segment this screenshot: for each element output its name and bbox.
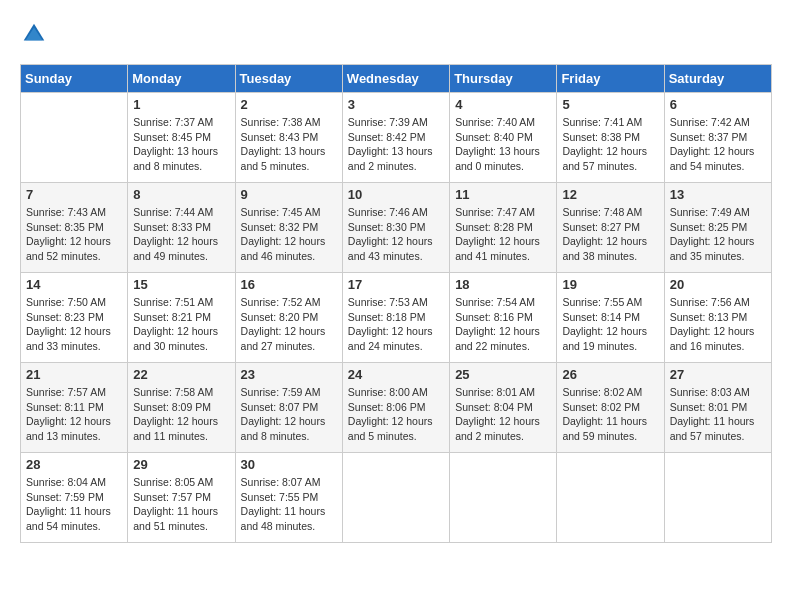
calendar-cell: 15Sunrise: 7:51 AM Sunset: 8:21 PM Dayli… <box>128 273 235 363</box>
calendar-cell: 17Sunrise: 7:53 AM Sunset: 8:18 PM Dayli… <box>342 273 449 363</box>
day-info: Sunrise: 8:07 AM Sunset: 7:55 PM Dayligh… <box>241 475 337 534</box>
calendar-cell: 23Sunrise: 7:59 AM Sunset: 8:07 PM Dayli… <box>235 363 342 453</box>
logo-icon <box>20 20 48 48</box>
day-number: 6 <box>670 97 766 112</box>
weekday-header: Sunday <box>21 65 128 93</box>
day-info: Sunrise: 7:39 AM Sunset: 8:42 PM Dayligh… <box>348 115 444 174</box>
weekday-header: Wednesday <box>342 65 449 93</box>
day-number: 26 <box>562 367 658 382</box>
day-number: 2 <box>241 97 337 112</box>
calendar-cell <box>21 93 128 183</box>
day-number: 21 <box>26 367 122 382</box>
calendar-cell <box>450 453 557 543</box>
calendar-cell: 10Sunrise: 7:46 AM Sunset: 8:30 PM Dayli… <box>342 183 449 273</box>
day-info: Sunrise: 7:41 AM Sunset: 8:38 PM Dayligh… <box>562 115 658 174</box>
day-info: Sunrise: 7:47 AM Sunset: 8:28 PM Dayligh… <box>455 205 551 264</box>
calendar-cell: 2Sunrise: 7:38 AM Sunset: 8:43 PM Daylig… <box>235 93 342 183</box>
day-number: 11 <box>455 187 551 202</box>
day-info: Sunrise: 7:59 AM Sunset: 8:07 PM Dayligh… <box>241 385 337 444</box>
weekday-header: Thursday <box>450 65 557 93</box>
day-number: 25 <box>455 367 551 382</box>
calendar-cell: 14Sunrise: 7:50 AM Sunset: 8:23 PM Dayli… <box>21 273 128 363</box>
day-number: 24 <box>348 367 444 382</box>
day-info: Sunrise: 7:55 AM Sunset: 8:14 PM Dayligh… <box>562 295 658 354</box>
day-number: 5 <box>562 97 658 112</box>
weekday-header: Tuesday <box>235 65 342 93</box>
calendar-cell: 9Sunrise: 7:45 AM Sunset: 8:32 PM Daylig… <box>235 183 342 273</box>
calendar-cell: 30Sunrise: 8:07 AM Sunset: 7:55 PM Dayli… <box>235 453 342 543</box>
weekday-header: Monday <box>128 65 235 93</box>
calendar-cell <box>342 453 449 543</box>
day-number: 27 <box>670 367 766 382</box>
calendar-cell: 22Sunrise: 7:58 AM Sunset: 8:09 PM Dayli… <box>128 363 235 453</box>
day-info: Sunrise: 7:50 AM Sunset: 8:23 PM Dayligh… <box>26 295 122 354</box>
weekday-header: Friday <box>557 65 664 93</box>
weekday-header-row: SundayMondayTuesdayWednesdayThursdayFrid… <box>21 65 772 93</box>
day-number: 17 <box>348 277 444 292</box>
day-info: Sunrise: 7:57 AM Sunset: 8:11 PM Dayligh… <box>26 385 122 444</box>
calendar-week-row: 28Sunrise: 8:04 AM Sunset: 7:59 PM Dayli… <box>21 453 772 543</box>
calendar-week-row: 14Sunrise: 7:50 AM Sunset: 8:23 PM Dayli… <box>21 273 772 363</box>
page-header <box>20 20 772 48</box>
calendar-cell: 1Sunrise: 7:37 AM Sunset: 8:45 PM Daylig… <box>128 93 235 183</box>
day-info: Sunrise: 7:48 AM Sunset: 8:27 PM Dayligh… <box>562 205 658 264</box>
calendar-cell: 5Sunrise: 7:41 AM Sunset: 8:38 PM Daylig… <box>557 93 664 183</box>
calendar-cell: 18Sunrise: 7:54 AM Sunset: 8:16 PM Dayli… <box>450 273 557 363</box>
day-info: Sunrise: 7:52 AM Sunset: 8:20 PM Dayligh… <box>241 295 337 354</box>
day-number: 15 <box>133 277 229 292</box>
day-info: Sunrise: 8:02 AM Sunset: 8:02 PM Dayligh… <box>562 385 658 444</box>
day-number: 28 <box>26 457 122 472</box>
day-number: 10 <box>348 187 444 202</box>
day-info: Sunrise: 7:51 AM Sunset: 8:21 PM Dayligh… <box>133 295 229 354</box>
day-number: 14 <box>26 277 122 292</box>
day-info: Sunrise: 8:04 AM Sunset: 7:59 PM Dayligh… <box>26 475 122 534</box>
day-info: Sunrise: 7:53 AM Sunset: 8:18 PM Dayligh… <box>348 295 444 354</box>
calendar-cell: 28Sunrise: 8:04 AM Sunset: 7:59 PM Dayli… <box>21 453 128 543</box>
day-info: Sunrise: 7:54 AM Sunset: 8:16 PM Dayligh… <box>455 295 551 354</box>
day-info: Sunrise: 7:56 AM Sunset: 8:13 PM Dayligh… <box>670 295 766 354</box>
calendar-cell: 8Sunrise: 7:44 AM Sunset: 8:33 PM Daylig… <box>128 183 235 273</box>
day-info: Sunrise: 7:43 AM Sunset: 8:35 PM Dayligh… <box>26 205 122 264</box>
calendar-cell: 7Sunrise: 7:43 AM Sunset: 8:35 PM Daylig… <box>21 183 128 273</box>
day-info: Sunrise: 7:58 AM Sunset: 8:09 PM Dayligh… <box>133 385 229 444</box>
calendar-table: SundayMondayTuesdayWednesdayThursdayFrid… <box>20 64 772 543</box>
day-info: Sunrise: 7:44 AM Sunset: 8:33 PM Dayligh… <box>133 205 229 264</box>
day-info: Sunrise: 7:49 AM Sunset: 8:25 PM Dayligh… <box>670 205 766 264</box>
day-info: Sunrise: 8:01 AM Sunset: 8:04 PM Dayligh… <box>455 385 551 444</box>
day-number: 30 <box>241 457 337 472</box>
calendar-cell: 24Sunrise: 8:00 AM Sunset: 8:06 PM Dayli… <box>342 363 449 453</box>
calendar-cell: 13Sunrise: 7:49 AM Sunset: 8:25 PM Dayli… <box>664 183 771 273</box>
day-number: 18 <box>455 277 551 292</box>
calendar-cell: 3Sunrise: 7:39 AM Sunset: 8:42 PM Daylig… <box>342 93 449 183</box>
day-number: 29 <box>133 457 229 472</box>
calendar-cell: 27Sunrise: 8:03 AM Sunset: 8:01 PM Dayli… <box>664 363 771 453</box>
day-number: 23 <box>241 367 337 382</box>
day-number: 19 <box>562 277 658 292</box>
calendar-cell: 26Sunrise: 8:02 AM Sunset: 8:02 PM Dayli… <box>557 363 664 453</box>
day-number: 22 <box>133 367 229 382</box>
calendar-cell: 11Sunrise: 7:47 AM Sunset: 8:28 PM Dayli… <box>450 183 557 273</box>
day-number: 9 <box>241 187 337 202</box>
weekday-header: Saturday <box>664 65 771 93</box>
day-info: Sunrise: 7:40 AM Sunset: 8:40 PM Dayligh… <box>455 115 551 174</box>
calendar-cell <box>664 453 771 543</box>
day-number: 3 <box>348 97 444 112</box>
logo <box>20 20 52 48</box>
day-number: 8 <box>133 187 229 202</box>
calendar-week-row: 1Sunrise: 7:37 AM Sunset: 8:45 PM Daylig… <box>21 93 772 183</box>
calendar-cell: 4Sunrise: 7:40 AM Sunset: 8:40 PM Daylig… <box>450 93 557 183</box>
calendar-cell: 25Sunrise: 8:01 AM Sunset: 8:04 PM Dayli… <box>450 363 557 453</box>
calendar-week-row: 21Sunrise: 7:57 AM Sunset: 8:11 PM Dayli… <box>21 363 772 453</box>
day-info: Sunrise: 8:03 AM Sunset: 8:01 PM Dayligh… <box>670 385 766 444</box>
day-info: Sunrise: 7:37 AM Sunset: 8:45 PM Dayligh… <box>133 115 229 174</box>
calendar-cell: 16Sunrise: 7:52 AM Sunset: 8:20 PM Dayli… <box>235 273 342 363</box>
day-info: Sunrise: 7:42 AM Sunset: 8:37 PM Dayligh… <box>670 115 766 174</box>
calendar-cell: 21Sunrise: 7:57 AM Sunset: 8:11 PM Dayli… <box>21 363 128 453</box>
calendar-cell: 12Sunrise: 7:48 AM Sunset: 8:27 PM Dayli… <box>557 183 664 273</box>
calendar-cell <box>557 453 664 543</box>
day-info: Sunrise: 7:45 AM Sunset: 8:32 PM Dayligh… <box>241 205 337 264</box>
day-number: 1 <box>133 97 229 112</box>
calendar-cell: 29Sunrise: 8:05 AM Sunset: 7:57 PM Dayli… <box>128 453 235 543</box>
day-number: 20 <box>670 277 766 292</box>
calendar-cell: 20Sunrise: 7:56 AM Sunset: 8:13 PM Dayli… <box>664 273 771 363</box>
